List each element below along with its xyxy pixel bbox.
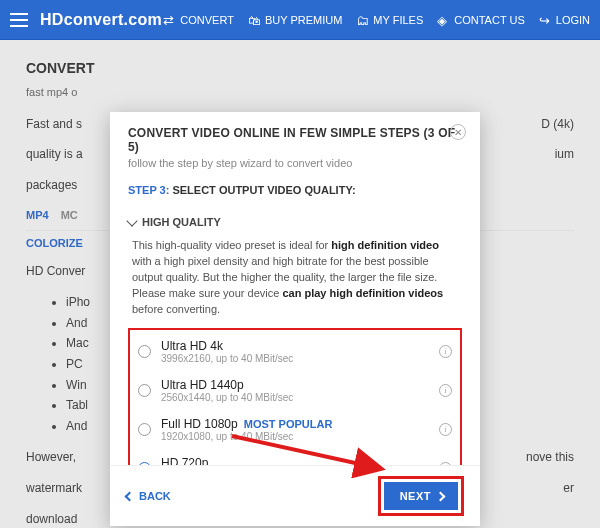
section-high-quality[interactable]: HIGH QUALITY — [128, 210, 462, 234]
nav-contact[interactable]: ◈CONTACT US — [437, 13, 525, 26]
nav-contact-label: CONTACT US — [454, 14, 525, 26]
nav-login[interactable]: ↪LOGIN — [539, 13, 590, 26]
option-spec: 1920x1080, up to 40 MBit/sec — [161, 431, 429, 442]
info-icon[interactable]: i — [439, 384, 452, 397]
option-spec: 2560x1440, up to 40 MBit/sec — [161, 392, 429, 403]
info-icon[interactable]: i — [439, 462, 452, 465]
quality-options-group: Ultra HD 4k 3996x2160, up to 40 MBit/sec… — [128, 328, 462, 465]
bag-icon: 🛍 — [248, 13, 261, 26]
radio-icon — [138, 384, 151, 397]
next-button[interactable]: NEXT — [384, 482, 458, 510]
info-icon[interactable]: i — [439, 345, 452, 358]
radio-selected-icon — [138, 462, 151, 465]
section-description: This high-quality video preset is ideal … — [132, 238, 458, 318]
nav-convert-label: CONVERT — [180, 14, 234, 26]
folder-icon: 🗂 — [356, 13, 369, 26]
nav-my-files[interactable]: 🗂MY FILES — [356, 13, 423, 26]
nav-buy-label: BUY PREMIUM — [265, 14, 342, 26]
modal-footer: BACK NEXT — [110, 465, 480, 526]
nav-login-label: LOGIN — [556, 14, 590, 26]
back-label: BACK — [139, 490, 171, 502]
close-icon[interactable]: ✕ — [450, 124, 466, 140]
option-name: Ultra HD 1440p — [161, 378, 244, 392]
section-label: HIGH QUALITY — [142, 216, 221, 228]
chevron-right-icon — [436, 491, 446, 501]
option-spec: 3996x2160, up to 40 MBit/sec — [161, 353, 429, 364]
step-heading: STEP 3: SELECT OUTPUT VIDEO QUALITY: — [128, 184, 462, 196]
chevron-left-icon — [125, 491, 135, 501]
modal-header: CONVERT VIDEO ONLINE IN FEW SIMPLE STEPS… — [110, 112, 480, 177]
nav-convert[interactable]: ⇄CONVERT — [163, 13, 234, 26]
option-name: Full HD 1080p — [161, 417, 238, 431]
option-full-hd-1080p[interactable]: Full HD 1080pMOST POPULAR 1920x1080, up … — [130, 410, 460, 449]
step-text: SELECT OUTPUT VIDEO QUALITY: — [172, 184, 355, 196]
option-name: HD 720p — [161, 456, 208, 465]
option-ultra-hd-1440p[interactable]: Ultra HD 1440p 2560x1440, up to 40 MBit/… — [130, 371, 460, 410]
nav-files-label: MY FILES — [373, 14, 423, 26]
nav-buy-premium[interactable]: 🛍BUY PREMIUM — [248, 13, 342, 26]
chevron-down-icon — [126, 215, 137, 226]
modal-overlay: CONVERT VIDEO ONLINE IN FEW SIMPLE STEPS… — [0, 40, 600, 528]
info-icon[interactable]: i — [439, 423, 452, 436]
brand-logo[interactable]: HDconvert.com — [40, 11, 162, 29]
modal-subtitle: follow the step by step wizard to conver… — [128, 157, 462, 169]
modal-title: CONVERT VIDEO ONLINE IN FEW SIMPLE STEPS… — [128, 126, 462, 154]
app-header: HDconvert.com ⇄CONVERT 🛍BUY PREMIUM 🗂MY … — [0, 0, 600, 40]
next-button-highlight: NEXT — [378, 476, 464, 516]
option-ultra-hd-4k[interactable]: Ultra HD 4k 3996x2160, up to 40 MBit/sec… — [130, 332, 460, 371]
option-hd-720p[interactable]: HD 720p 1280x720, up to 10 MBit/sec i — [130, 449, 460, 465]
hamburger-menu-icon[interactable] — [10, 13, 28, 27]
next-label: NEXT — [400, 490, 431, 502]
most-popular-badge: MOST POPULAR — [244, 418, 333, 430]
radio-icon — [138, 423, 151, 436]
login-icon: ↪ — [539, 13, 552, 26]
modal-body: STEP 3: SELECT OUTPUT VIDEO QUALITY: HIG… — [110, 177, 480, 465]
swap-icon: ⇄ — [163, 13, 176, 26]
radio-icon — [138, 345, 151, 358]
convert-wizard-modal: CONVERT VIDEO ONLINE IN FEW SIMPLE STEPS… — [110, 112, 480, 526]
option-name: Ultra HD 4k — [161, 339, 223, 353]
back-button[interactable]: BACK — [126, 490, 171, 502]
step-number: STEP 3: — [128, 184, 169, 196]
help-icon: ◈ — [437, 13, 450, 26]
top-nav: ⇄CONVERT 🛍BUY PREMIUM 🗂MY FILES ◈CONTACT… — [163, 13, 590, 26]
